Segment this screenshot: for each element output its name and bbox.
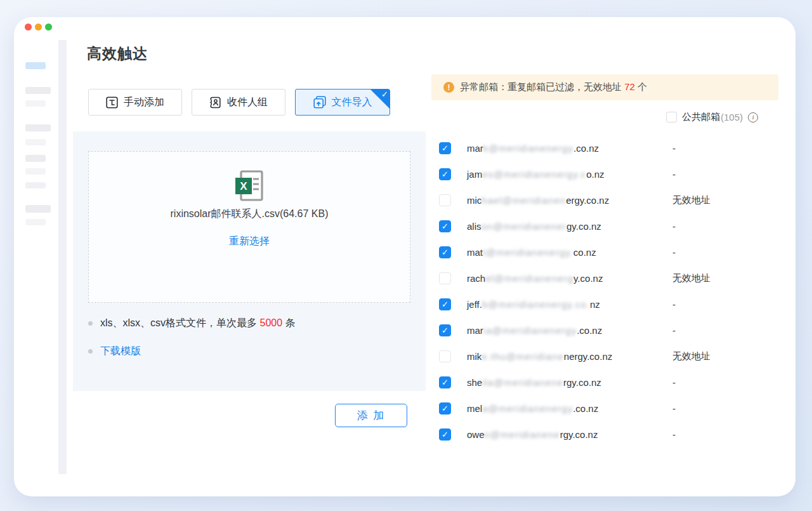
row-checkbox[interactable]: ✓ [439, 168, 451, 180]
row-checkbox[interactable]: ✓ [439, 298, 451, 310]
row-checkbox[interactable]: ✓ [439, 272, 451, 284]
app-window: 高效触达 手动添加 收件人组 文件导入 [14, 17, 796, 496]
row-checkbox[interactable]: ✓ [439, 402, 451, 415]
check-icon: ✓ [442, 144, 449, 152]
manual-add-icon [106, 96, 118, 109]
row-status: - [672, 325, 676, 336]
email-list-row: ✓ owen@meridianenergy.co.nz - [439, 421, 788, 448]
reselect-link[interactable]: 重新选择 [229, 235, 270, 248]
check-icon: ✓ [442, 326, 449, 335]
email-list-row: ✓ mark@meridianenergy.co.nz - [439, 135, 788, 161]
email-list-row: ✓ mike.thu@meridianenergy.co.nz 无效地址 [439, 343, 788, 369]
masked-email-segment: t@meridianenergy. [483, 247, 573, 258]
uploaded-filename: rixinsolar邮件联系人.csv(64.67 KB) [89, 208, 410, 221]
check-icon: ✓ [442, 378, 449, 387]
row-status: - [672, 221, 676, 232]
close-window-icon[interactable] [25, 23, 32, 30]
tab-bar: 手动添加 收件人组 文件导入 ✓ [88, 89, 390, 116]
row-status: - [672, 169, 676, 180]
sidebar-skeleton-bar [25, 87, 51, 94]
masked-email-segment: el@meridianenerg [485, 273, 573, 284]
email-address: mela@meridianenergy.co.nz [467, 403, 598, 414]
add-button[interactable]: 添 加 [335, 404, 407, 427]
invalid-count: 72 [624, 81, 635, 92]
maximize-window-icon[interactable] [45, 23, 52, 30]
window-controls [25, 23, 52, 30]
email-address: mike.thu@meridianenergy.co.nz [467, 351, 612, 362]
row-checkbox[interactable]: ✓ [439, 220, 451, 232]
row-status: 无效地址 [672, 350, 710, 362]
email-address: michael@meridianenergy.co.nz [467, 195, 609, 206]
email-list-row: ✓ alison@meridianenergy.co.nz - [439, 213, 788, 239]
row-status: - [672, 299, 676, 310]
email-address: james@meridianenergy.co.nz [467, 169, 605, 180]
public-mailbox-checkbox[interactable] [666, 112, 677, 123]
page-title: 高效触达 [87, 44, 148, 63]
email-list-row: ✓ maria@meridianenergy.co.nz - [439, 317, 788, 343]
check-icon: ✓ [442, 248, 449, 256]
masked-email-segment: a@meridianenergy [482, 403, 573, 414]
row-status: 无效地址 [672, 272, 710, 284]
tab-label: 手动添加 [124, 96, 164, 109]
masked-email-segment: k@meridianenergy [483, 143, 573, 154]
tab-recipient-group[interactable]: 收件人组 [192, 89, 285, 116]
info-icon[interactable]: i [748, 112, 758, 123]
tab-manual-add[interactable]: 手动添加 [88, 89, 182, 116]
sidebar-skeleton-bar [25, 124, 51, 131]
masked-email-segment: ia@meridianenergy [483, 325, 577, 336]
row-checkbox[interactable]: ✓ [439, 350, 451, 362]
upload-notes: xls、xlsx、csv格式文件，单次最多 5000 条 下载模版 [88, 317, 296, 373]
row-status: - [672, 143, 676, 154]
check-icon: ✓ [442, 222, 449, 230]
masked-email-segment: on@meridianener [481, 221, 566, 232]
recipient-group-icon [209, 96, 221, 109]
masked-email-segment: es@meridianenergy.c [482, 169, 586, 180]
sidebar-skeleton-bar [25, 168, 46, 175]
bullet-icon [88, 321, 93, 326]
email-list-row: ✓ sheila@meridianenergy.co.nz - [439, 369, 788, 395]
email-address: matt@meridianenergy.co.nz [467, 247, 596, 258]
email-address: maria@meridianenergy.co.nz [467, 325, 602, 336]
sidebar-skeleton-bar [25, 155, 46, 162]
sidebar-skeleton-bar [25, 219, 46, 225]
row-checkbox[interactable]: ✓ [439, 246, 451, 258]
tab-label: 文件导入 [332, 96, 372, 109]
excel-file-icon: X [233, 169, 265, 202]
row-checkbox[interactable]: ✓ [439, 194, 451, 206]
row-checkbox[interactable]: ✓ [439, 376, 451, 388]
sidebar-skeleton-bar [25, 100, 46, 107]
tab-file-import[interactable]: 文件导入 ✓ [295, 89, 390, 116]
row-checkbox[interactable]: ✓ [439, 324, 451, 336]
exclamation-icon: ! [443, 82, 454, 93]
check-icon: ✓ [442, 300, 449, 309]
sidebar-divider [58, 40, 67, 474]
email-list-row: ✓ james@meridianenergy.co.nz - [439, 161, 788, 187]
check-icon: ✓ [442, 170, 449, 178]
bullet-icon [88, 349, 93, 354]
row-status: - [672, 247, 676, 258]
sidebar-skeleton-bar [25, 139, 46, 145]
email-list-row: ✓ mela@meridianenergy.co.nz - [439, 395, 788, 421]
alert-banner: ! 异常邮箱：重复邮箱已过滤，无效地址 72 个 [431, 74, 778, 100]
file-import-icon [313, 96, 326, 109]
email-address: rachel@meridianenergy.co.nz [467, 273, 603, 284]
email-address: jeff.b@meridianenergy.co.nz [467, 299, 600, 310]
email-address: alison@meridianenergy.co.nz [467, 221, 601, 232]
email-list-row: ✓ michael@meridianenergy.co.nz 无效地址 [439, 187, 788, 213]
row-checkbox[interactable]: ✓ [439, 428, 451, 441]
public-mailbox-label: 公共邮箱 [682, 111, 720, 123]
email-list-row: ✓ rachel@meridianenergy.co.nz 无效地址 [439, 265, 788, 291]
minimize-window-icon[interactable] [35, 23, 42, 30]
email-list-row: ✓ matt@meridianenergy.co.nz - [439, 239, 788, 265]
row-status: - [672, 429, 676, 440]
corner-check-icon: ✓ [381, 90, 388, 99]
sidebar-skeleton-bar [25, 205, 51, 213]
format-note: xls、xlsx、csv格式文件，单次最多 5000 条 [88, 317, 296, 330]
email-address: owen@meridianenergy.co.nz [467, 429, 598, 440]
template-note: 下载模版 [88, 345, 296, 358]
download-template-link[interactable]: 下载模版 [100, 345, 141, 358]
upload-dropzone[interactable]: X rixinsolar邮件联系人.csv(64.67 KB) 重新选择 [88, 151, 410, 303]
row-checkbox[interactable]: ✓ [439, 142, 451, 154]
email-list: ✓ mark@meridianenergy.co.nz - ✓ james@me… [439, 135, 788, 448]
masked-email-segment: ila@meridianene [482, 377, 563, 388]
